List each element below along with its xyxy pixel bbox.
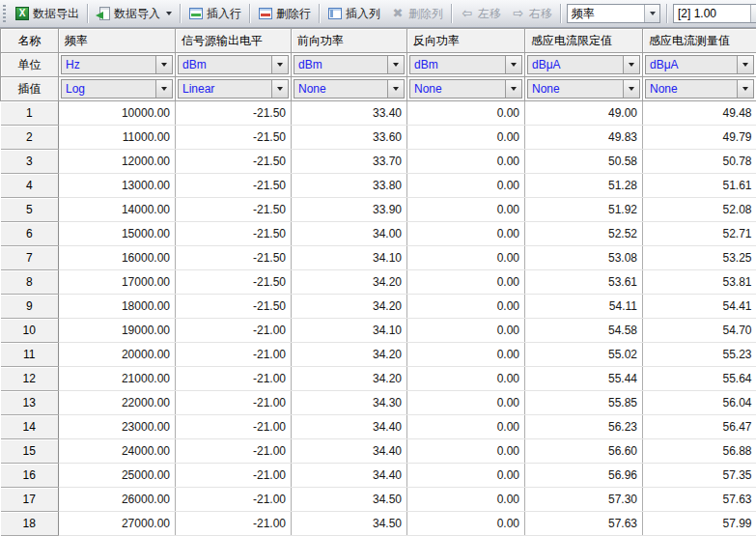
- cell-value[interactable]: 49.79: [643, 126, 756, 150]
- cell-value[interactable]: -21.00: [176, 367, 292, 391]
- cell-value[interactable]: 34.40: [292, 439, 407, 464]
- row-number[interactable]: 14: [1, 415, 59, 439]
- interp-dropdown[interactable]: Linear: [178, 79, 289, 99]
- column-header[interactable]: 信号源输出电平: [176, 29, 292, 53]
- interp-dropdown[interactable]: Log: [61, 79, 173, 99]
- cell-value[interactable]: 12000.00: [59, 150, 176, 174]
- row-number[interactable]: 1: [1, 101, 59, 126]
- row-number[interactable]: 11: [1, 343, 59, 367]
- row-number[interactable]: 9: [1, 295, 59, 319]
- cell-value[interactable]: -21.50: [176, 270, 292, 295]
- cell-value[interactable]: 14000.00: [59, 198, 176, 222]
- unit-dropdown[interactable]: dBμA: [645, 55, 754, 74]
- cell-value[interactable]: 20000.00: [59, 343, 176, 367]
- cell-value[interactable]: 34.40: [292, 415, 407, 439]
- unit-dropdown[interactable]: dBm: [294, 55, 405, 74]
- cell-value[interactable]: -21.50: [176, 198, 292, 222]
- cell-value[interactable]: 34.20: [292, 270, 407, 295]
- dropdown-button[interactable]: [387, 56, 404, 73]
- unit-dropdown[interactable]: Hz: [61, 55, 173, 74]
- dropdown-button[interactable]: [623, 80, 639, 98]
- dropdown-button[interactable]: [155, 80, 172, 98]
- cell-value[interactable]: 51.61: [643, 174, 756, 198]
- row-number[interactable]: 4: [1, 174, 59, 198]
- unit-dropdown[interactable]: dBμA: [527, 55, 640, 74]
- cell-value[interactable]: 0.00: [407, 343, 525, 367]
- cell-value[interactable]: 53.81: [643, 270, 756, 295]
- interp-dropdown[interactable]: None: [294, 79, 405, 99]
- column-header[interactable]: 感应电流限定值: [525, 29, 643, 53]
- cell-value[interactable]: 55.64: [643, 367, 756, 391]
- cell-value[interactable]: 0.00: [407, 101, 525, 126]
- cell-value[interactable]: 56.60: [525, 439, 643, 464]
- import-data-button[interactable]: 数据导入: [91, 3, 177, 25]
- cell-value[interactable]: -21.50: [176, 222, 292, 246]
- cell-value[interactable]: -21.50: [176, 126, 292, 150]
- cell-value[interactable]: 52.71: [643, 222, 756, 246]
- cell-value[interactable]: -21.00: [176, 391, 292, 415]
- cell-value[interactable]: 33.80: [292, 174, 407, 198]
- dropdown-button[interactable]: [737, 80, 753, 98]
- cell-value[interactable]: -21.00: [176, 488, 292, 512]
- cell-value[interactable]: 22000.00: [59, 391, 176, 415]
- row-number[interactable]: 5: [1, 198, 59, 222]
- cell-value[interactable]: 49.00: [525, 101, 643, 126]
- cell-value[interactable]: 57.99: [643, 512, 756, 536]
- cell-value[interactable]: 0.00: [407, 174, 525, 198]
- column-header[interactable]: 反向功率: [407, 29, 525, 53]
- cell-value[interactable]: 27000.00: [59, 512, 176, 536]
- cell-value[interactable]: 0.00: [407, 464, 525, 488]
- cell-value[interactable]: -21.00: [176, 439, 292, 464]
- column-header[interactable]: 感应电流测量值: [643, 29, 756, 53]
- cell-value[interactable]: 19000.00: [59, 319, 176, 343]
- cell-value[interactable]: 0.00: [407, 126, 525, 150]
- cell-value[interactable]: 51.28: [525, 174, 643, 198]
- combo-dropdown-button[interactable]: [644, 5, 659, 22]
- cell-value[interactable]: 10000.00: [59, 101, 176, 126]
- cell-value[interactable]: 56.04: [643, 391, 756, 415]
- row-number[interactable]: 16: [1, 464, 59, 488]
- cell-value[interactable]: 55.85: [525, 391, 643, 415]
- column-select-combo[interactable]: 频率: [567, 4, 660, 23]
- toolbar-grip[interactable]: [3, 5, 6, 22]
- row-number[interactable]: 18: [1, 512, 59, 536]
- cell-value[interactable]: 57.63: [525, 512, 643, 536]
- combo-dropdown-button[interactable]: [750, 5, 756, 22]
- cell-value[interactable]: 56.47: [643, 415, 756, 439]
- cell-value[interactable]: 18000.00: [59, 295, 176, 319]
- cell-value[interactable]: 34.50: [292, 512, 407, 536]
- export-data-button[interactable]: 数据导出: [10, 3, 84, 25]
- cell-value[interactable]: 26000.00: [59, 488, 176, 512]
- cell-value[interactable]: 54.41: [643, 295, 756, 319]
- cell-value[interactable]: 34.10: [292, 246, 407, 270]
- cell-value[interactable]: -21.00: [176, 319, 292, 343]
- cell-value[interactable]: 56.23: [525, 415, 643, 439]
- cell-value[interactable]: -21.50: [176, 174, 292, 198]
- cell-value[interactable]: 55.02: [525, 343, 643, 367]
- cell-value[interactable]: -21.50: [176, 150, 292, 174]
- cell-value[interactable]: -21.00: [176, 464, 292, 488]
- dropdown-button[interactable]: [271, 80, 288, 98]
- cell-value[interactable]: 0.00: [407, 439, 525, 464]
- cell-value[interactable]: 13000.00: [59, 174, 176, 198]
- insert-row-button[interactable]: 插入行: [183, 3, 246, 25]
- row-number[interactable]: 3: [1, 150, 59, 174]
- dropdown-button[interactable]: [505, 80, 521, 98]
- cell-value[interactable]: 52.52: [525, 222, 643, 246]
- cell-value[interactable]: -21.00: [176, 343, 292, 367]
- cell-value[interactable]: 57.30: [525, 488, 643, 512]
- dropdown-button[interactable]: [271, 56, 288, 73]
- cell-value[interactable]: 0.00: [407, 391, 525, 415]
- cell-value[interactable]: 24000.00: [59, 439, 176, 464]
- cell-value[interactable]: -21.50: [176, 295, 292, 319]
- cell-value[interactable]: 0.00: [407, 222, 525, 246]
- row-number[interactable]: 10: [1, 319, 59, 343]
- cell-value[interactable]: 0.00: [407, 246, 525, 270]
- row-number[interactable]: 7: [1, 246, 59, 270]
- cell-value[interactable]: 53.61: [525, 270, 643, 295]
- dropdown-button[interactable]: [155, 56, 172, 73]
- cell-value[interactable]: 54.70: [643, 319, 756, 343]
- move-left-button[interactable]: ⇦ 左移: [455, 3, 506, 25]
- cell-value[interactable]: 33.70: [292, 150, 407, 174]
- row-number[interactable]: 15: [1, 439, 59, 464]
